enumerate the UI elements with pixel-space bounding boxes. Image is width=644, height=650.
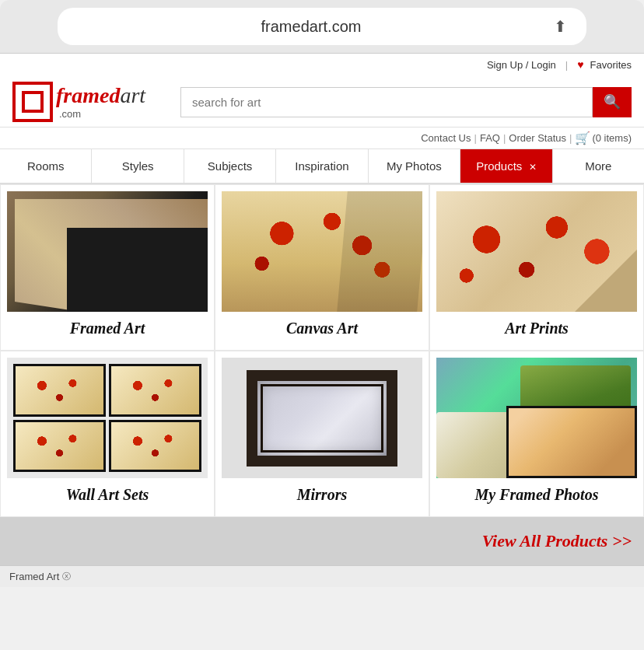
nav-subjects[interactable]: Subjects xyxy=(184,149,276,183)
pipe-4: | xyxy=(569,132,572,144)
share-button[interactable]: ⬆ xyxy=(549,16,571,37)
search-input[interactable] xyxy=(180,87,593,117)
header-main: framedart .com 🔍 xyxy=(0,75,644,128)
pipe-2: | xyxy=(474,132,477,144)
nav-myphotos[interactable]: My Photos xyxy=(369,149,460,183)
wall-set-cell-4 xyxy=(109,420,201,473)
product-framed-art[interactable]: Framed Art xyxy=(0,184,215,351)
nav-styles[interactable]: Styles xyxy=(92,149,184,183)
bottom-tab-label: Framed Art xyxy=(9,571,59,582)
wall-set-cell-3 xyxy=(13,420,106,473)
product-art-prints[interactable]: Art Prints xyxy=(429,184,644,351)
logo-brand: framedart xyxy=(56,85,145,107)
browser-chrome: framedart.com ⬆ xyxy=(0,0,644,54)
search-icon: 🔍 xyxy=(604,93,621,110)
cart-icon: 🛒 xyxy=(575,131,590,145)
search-button[interactable]: 🔍 xyxy=(593,87,632,117)
view-all-products-link[interactable]: View All Products >> xyxy=(482,531,632,550)
product-mirrors[interactable]: Mirrors xyxy=(215,351,429,517)
wall-set-cell-2 xyxy=(109,364,201,417)
faq-link[interactable]: FAQ xyxy=(480,132,500,144)
canvas-art-label: Canvas Art xyxy=(286,320,358,337)
logo-area: framedart .com xyxy=(12,82,168,122)
header-sub: Contact Us | FAQ | Order Status | 🛒 (0 i… xyxy=(0,128,644,149)
product-my-framed-photos[interactable]: My Framed Photos xyxy=(429,351,644,517)
nav-products-close-icon[interactable]: ✕ xyxy=(529,162,537,173)
framed-art-image xyxy=(7,191,208,312)
nav-rooms[interactable]: Rooms xyxy=(0,149,92,183)
order-status-link[interactable]: Order Status xyxy=(509,132,566,144)
my-framed-photos-label: My Framed Photos xyxy=(475,486,599,504)
header-top: Sign Up / Login | ♥ Favorites xyxy=(0,54,644,75)
my-framed-photos-image xyxy=(436,358,637,478)
art-prints-img-fill xyxy=(436,191,637,312)
nav-inspiration[interactable]: Inspiration xyxy=(276,149,368,183)
search-area: 🔍 xyxy=(180,87,632,117)
photo-overlay xyxy=(506,406,637,478)
favorites-heart-icon: ♥ xyxy=(577,58,583,71)
art-prints-image xyxy=(436,191,637,312)
framed-art-img-graphic xyxy=(7,191,208,312)
art-prints-img-graphic xyxy=(436,191,637,312)
product-wall-art-sets[interactable]: Wall Art Sets xyxy=(0,351,215,517)
bottom-tab-bar: Framed Art ⓧ xyxy=(0,565,644,587)
canvas-art-image xyxy=(222,191,422,312)
nav-products-label: Products xyxy=(476,159,522,173)
nav-products[interactable]: Products ✕ xyxy=(460,149,552,183)
search-input-wrapper: 🔍 xyxy=(180,87,632,117)
favorites-link[interactable]: Favorites xyxy=(590,59,632,71)
canvas-art-img-graphic xyxy=(222,191,422,312)
wall-art-sets-label: Wall Art Sets xyxy=(66,486,149,504)
mirrors-image xyxy=(222,358,422,478)
my-framed-photos-img-graphic xyxy=(436,358,637,478)
mirrors-label: Mirrors xyxy=(297,486,347,504)
url-text: framedart.com xyxy=(73,18,549,36)
logo-icon-inner xyxy=(22,91,44,113)
url-bar[interactable]: framedart.com ⬆ xyxy=(58,8,586,45)
logo-dotcom: .com xyxy=(59,108,145,120)
bottom-tab-framed-art[interactable]: Framed Art ⓧ xyxy=(9,571,71,582)
bottom-tab-close-icon[interactable]: ⓧ xyxy=(62,571,71,582)
canvas-art-img-fill xyxy=(222,191,422,312)
wall-art-sets-img-graphic xyxy=(7,358,208,478)
mirrors-img-graphic xyxy=(222,358,422,478)
wall-set-cell-1 xyxy=(13,364,106,417)
products-grid: Framed Art Canvas Art Art Prints xyxy=(0,184,644,517)
framed-art-label: Framed Art xyxy=(70,320,145,337)
logo-icon xyxy=(12,82,53,122)
cart-link[interactable]: (0 items) xyxy=(592,132,632,144)
art-prints-label: Art Prints xyxy=(505,320,569,337)
site-wrapper: Sign Up / Login | ♥ Favorites framedart … xyxy=(0,54,644,565)
nav-bar: Rooms Styles Subjects Inspiration My Pho… xyxy=(0,149,644,184)
pipe-3: | xyxy=(503,132,506,144)
pipe-1: | xyxy=(565,59,568,71)
signup-login-link[interactable]: Sign Up / Login xyxy=(487,59,556,71)
nav-more[interactable]: More xyxy=(553,149,644,183)
wall-art-sets-image xyxy=(7,358,208,478)
view-all-bar: View All Products >> xyxy=(0,517,644,565)
mirror-frame xyxy=(247,370,397,467)
logo-text: framedart .com xyxy=(56,85,145,120)
product-canvas-art[interactable]: Canvas Art xyxy=(215,184,429,351)
cart-count: 0 items xyxy=(596,132,628,144)
contact-us-link[interactable]: Contact Us xyxy=(421,132,471,144)
